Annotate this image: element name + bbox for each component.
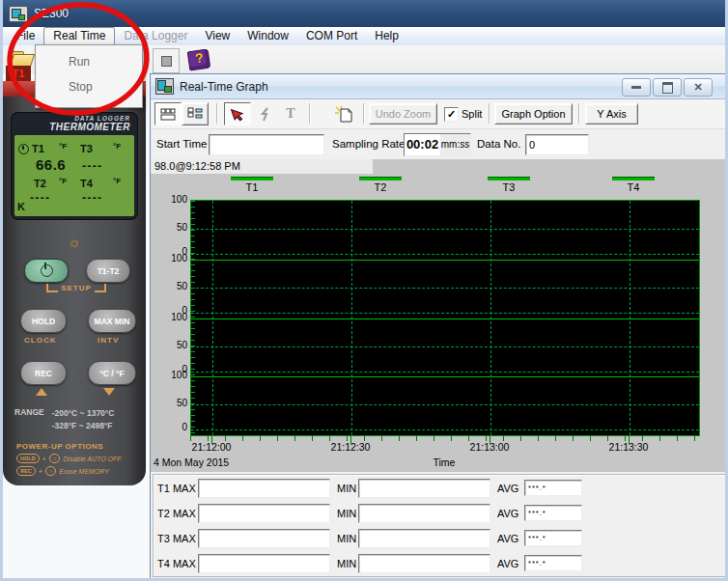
restore-button[interactable] [653,78,682,97]
cursor-arrow-icon [230,106,245,122]
stat-avg-value: ***.* [525,481,581,496]
sampling-rate-label: Sampling Rate [332,138,405,150]
graph-window-title: Real-Time Graph [180,80,268,94]
toolbar-separator [489,103,490,124]
panel-divider [191,376,699,377]
menu-file[interactable]: File [8,27,43,45]
gridline-0 [191,254,699,255]
stat-max-input-3[interactable] [198,529,330,548]
stat-min-label: MIN [337,529,356,548]
legend-label-t4: T4 [602,181,664,193]
gridline-50 [191,288,699,289]
titlebar: SE300 [3,0,725,27]
device-lcd: DATA LOGGER THERMOMETER T1 °F T3 °F 66.6… [11,112,138,220]
menu-com-port[interactable]: COM Port [297,27,366,45]
y-tick-label: 50 [153,341,187,350]
layout-vertical-button[interactable] [182,102,209,125]
stat-avg-input-4[interactable]: ***.* [524,555,582,571]
stat-min-input-1[interactable] [358,479,490,498]
thermometer-device-image: DATA LOGGER THERMOMETER T1 °F T3 °F 66.6… [3,81,146,485]
toolbar-separator [309,103,310,124]
lcd-screen: T1 °F T3 °F 66.6 - - - - T2 °F T4 °F - -… [14,135,134,216]
stat-max-input-4[interactable] [198,554,330,573]
layout-horizontal-button[interactable] [154,102,182,125]
menu-view[interactable]: View [196,27,238,45]
graph-toolbar: T Undo Zoom ✓ Split Graph Option [151,99,727,129]
stat-max-input-1[interactable] [198,479,330,498]
menu-window[interactable]: Window [238,27,297,45]
menu-help[interactable]: Help [366,27,407,45]
stat-max-label: T1 MAX [157,479,196,498]
lcd-ch3-unit: °F [113,142,121,151]
y-tick-label: 100 [153,195,187,205]
open-file-icon[interactable] [10,51,31,66]
gridline-vertical [490,201,491,435]
stat-min-input-2[interactable] [358,504,490,523]
stat-avg-input-2[interactable]: ***.* [524,505,582,521]
stop-toolbar-button[interactable] [153,48,180,73]
text-tool-button[interactable]: T [278,102,303,125]
undo-zoom-button[interactable]: Undo Zoom [369,103,437,124]
stats-box: T1 MAXMINAVG***.*T2 MAXMINAVG***.*T3 MAX… [153,474,727,577]
lcd-thermocouple-type: K [17,201,25,212]
help-button[interactable]: ? [186,48,210,70]
menu-data-logger[interactable]: Data Logger [115,27,196,45]
stat-avg-label: AVG [497,504,518,523]
menu-real-time[interactable]: Real Time [43,27,115,45]
stat-avg-input-1[interactable]: ***.* [524,480,582,496]
y-axis-label: Y Axis [597,108,626,120]
lcd-ch4-value: - - - - [82,191,100,205]
gridline-vertical [212,201,213,435]
device-hold-button: HOLD [20,309,67,333]
data-no-input[interactable] [525,134,589,155]
split-checkbox[interactable]: ✓ [444,107,459,122]
params-row: Start Time Sampling Rate 00:02 mm:ss Dat… [151,129,727,160]
device-brand-line2: THERMOMETER [49,122,130,132]
real-time-menu: RunStop [35,44,143,108]
lcd-ch1-label: T1 [32,143,44,154]
stat-min-input-3[interactable] [358,529,490,548]
real-time-graph-window: Real-Time Graph ✕ [150,73,728,578]
legend-line-t1 [231,177,273,180]
gridline-50 [191,229,699,230]
minimize-button[interactable] [622,78,651,97]
lcd-ch3-value: - - - - [82,159,100,173]
gridline-0 [191,429,699,430]
split-label: Split [462,108,482,120]
down-arrow-icon [103,388,115,396]
device-panel: T1 DATA LOGGER THERMOMETER T1 °F T3 °F 6… [3,73,150,578]
y-tick-label: 100 [153,313,187,322]
sampling-rate-box: 00:02 mm:ss [404,133,471,156]
close-button[interactable]: ✕ [684,78,713,97]
y-tick-label: 100 [153,254,187,263]
graph-option-button[interactable]: Graph Option [494,103,573,124]
y-axis-button[interactable]: Y Axis [585,103,638,124]
stat-avg-input-3[interactable]: ***.* [524,530,582,546]
app-icon [9,6,28,22]
powerup-power-key1: ○ [49,454,60,463]
pointer-tool-button[interactable] [224,102,251,125]
stat-avg-label: AVG [497,529,518,548]
menu-item-stop[interactable]: Stop [36,74,142,99]
plot-area[interactable] [190,200,700,436]
range-fahrenheit: -328°F ~ 2498°F [52,420,115,432]
y-tick-label: 0 [153,423,187,432]
clock-label: CLOCK [24,336,56,345]
stat-avg-value: ***.* [525,556,581,571]
stat-min-input-4[interactable] [358,554,490,573]
lcd-ch3-label: T3 [80,143,93,154]
sampling-rate-value[interactable]: 00:02 [405,134,440,155]
menu-item-run[interactable]: Run [36,49,142,74]
new-graph-button[interactable] [330,102,357,125]
powerup-opt2-label: Erase MEMORY [59,468,108,475]
zoom-tool-button[interactable] [253,102,278,125]
legend-line-t4 [612,177,655,180]
setup-label: SETUP [61,284,92,292]
panel-divider [191,260,699,261]
backlight-icon: ☼ [3,234,146,250]
legend-line-t3 [488,177,530,180]
legend-label-t1: T1 [221,181,283,193]
stat-max-input-2[interactable] [198,504,330,523]
stat-min-label: MIN [337,554,356,573]
start-time-input[interactable] [209,134,324,155]
